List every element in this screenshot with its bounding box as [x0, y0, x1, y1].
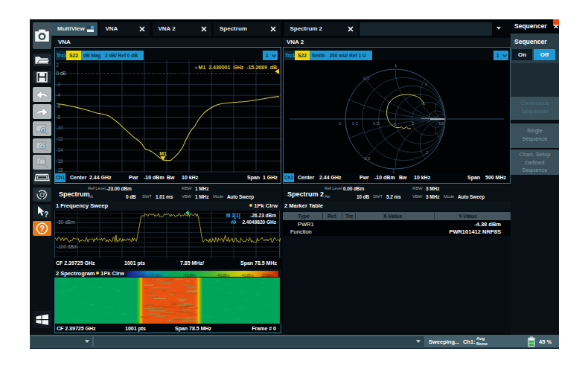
svg-text:0.5: 0.5: [363, 76, 370, 80]
svg-text:10: 10: [438, 121, 444, 126]
svg-text:-4: -4: [57, 92, 61, 97]
svg-text:-14: -14: [57, 147, 64, 153]
svg-text:-26.23 dBm: -26.23 dBm: [250, 213, 276, 218]
svg-text:• M1 2.430001 GHz -15.2689: • M1 2.430001 GHz -15.2689 dB: [195, 65, 277, 70]
svg-text:0.2: 0.2: [352, 121, 359, 126]
svg-text:-50 dBm: -50 dBm: [57, 219, 75, 225]
svg-text:0.5: 0.5: [364, 156, 371, 161]
svg-text:-100 dBm: -100 dBm: [57, 244, 77, 249]
svg-text:-12: -12: [57, 136, 64, 141]
svg-text:M1: M1: [159, 151, 167, 156]
svg-text:M 1[1]: M 1[1]: [226, 213, 240, 219]
svg-text:?: ?: [44, 211, 48, 219]
svg-text:2: 2: [412, 121, 415, 126]
svg-text:#0: #0: [231, 219, 237, 225]
svg-text:2.4049820 GHz: 2.4049820 GHz: [242, 219, 276, 225]
svg-text:-16: -16: [57, 158, 64, 164]
svg-text:1: 1: [394, 63, 397, 68]
svg-text:-18: -18: [57, 167, 64, 173]
svg-text:0.5: 0.5: [373, 121, 380, 126]
svg-text:-8: -8: [57, 115, 61, 120]
svg-text:-10: -10: [57, 125, 64, 130]
svg-text:0 dB: 0 dB: [57, 71, 66, 76]
svg-text:2: 2: [425, 82, 428, 86]
svg-text:-2: -2: [57, 82, 61, 87]
svg-text:?: ?: [39, 224, 45, 233]
svg-text:2: 2: [57, 62, 60, 68]
svg-text:0: 0: [339, 121, 342, 126]
